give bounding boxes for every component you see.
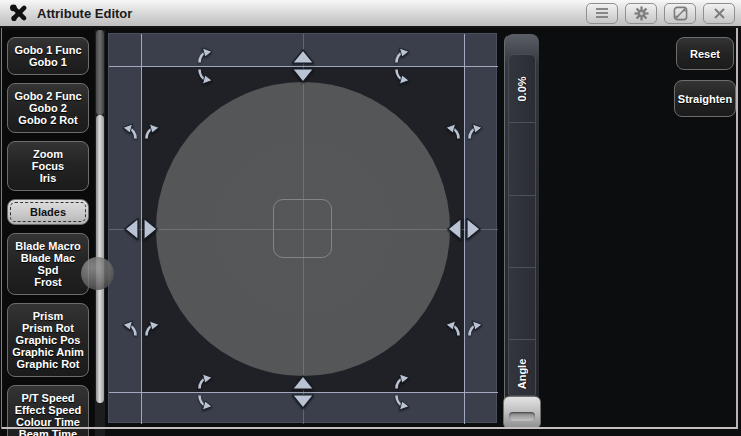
sidebar-item-gobo1[interactable]: Gobo 1 Func Gobo 1 <box>7 37 89 75</box>
arrow-down-icon <box>292 68 314 83</box>
reset-button[interactable]: Reset <box>676 37 734 70</box>
rotate-arrow-icon <box>122 320 139 337</box>
arrow-left-icon <box>124 218 139 240</box>
close-icon <box>713 7 726 20</box>
blade-right-rotate-handle-top[interactable] <box>444 122 484 140</box>
rotate-arrow-icon <box>393 373 410 390</box>
sidebar-item-zoom-focus-iris[interactable]: Zoom Focus Iris <box>7 141 89 191</box>
wheel-thumb-grip <box>509 412 535 421</box>
blade-top-rotate-handle-right[interactable] <box>392 46 410 86</box>
rotate-arrow-icon <box>196 373 213 390</box>
titlebar[interactable]: Attribute Editor <box>0 0 741 28</box>
rotate-arrow-icon <box>393 394 410 411</box>
arrow-down-icon <box>292 394 314 409</box>
sidebar-item-gobo2[interactable]: Gobo 2 Func Gobo 2 Gobo 2 Rot <box>7 83 89 133</box>
sidebar-item-blade-macro[interactable]: Blade Macro Blade Mac Spd Frost <box>7 233 89 295</box>
wheel-segment-line <box>509 195 535 196</box>
wheel-segment-line <box>509 267 535 268</box>
arrow-up-icon <box>292 49 314 64</box>
blade-bottom-move-handle[interactable] <box>291 375 315 409</box>
rotate-arrow-icon <box>143 320 160 337</box>
blade-right-rotate-handle-bottom[interactable] <box>444 319 484 337</box>
blade-left-rotate-handle-top[interactable] <box>121 122 161 140</box>
rotate-arrow-icon <box>393 68 410 85</box>
wheel-label: Angle <box>516 359 528 390</box>
wheel-thumb[interactable] <box>503 396 541 429</box>
menu-button[interactable] <box>586 3 618 24</box>
arrow-up-icon <box>292 375 314 390</box>
straighten-button[interactable]: Straighten <box>674 80 736 117</box>
blade-bottom-rotate-handle-right[interactable] <box>392 372 410 412</box>
rotate-arrow-icon <box>196 394 213 411</box>
scrollbar-track-top[interactable] <box>96 30 104 115</box>
attribute-group-sidebar: Gobo 1 Func Gobo 1 Gobo 2 Func Gobo 2 Go… <box>2 30 94 436</box>
rotate-arrow-icon <box>445 320 462 337</box>
blade-left-rotate-handle-bottom[interactable] <box>121 319 161 337</box>
arrow-right-icon <box>466 218 481 240</box>
rotate-arrow-icon <box>466 123 483 140</box>
attribute-editor-window: Attribute Editor <box>0 0 741 436</box>
close-button[interactable] <box>703 3 735 24</box>
rotate-arrow-icon <box>466 320 483 337</box>
resize-button[interactable] <box>664 3 696 24</box>
rotate-arrow-icon <box>122 123 139 140</box>
rotate-arrow-icon <box>393 47 410 64</box>
wheel-value: 0.0% <box>516 76 528 101</box>
sidebar-scrollbar[interactable] <box>95 30 105 436</box>
rotate-arrow-icon <box>143 123 160 140</box>
blade-bottom-rotate-handle-left[interactable] <box>195 372 213 412</box>
wheel-value-container: 0.0% <box>505 54 539 124</box>
rotate-arrow-icon <box>445 123 462 140</box>
blade-top-move-handle[interactable] <box>291 49 315 83</box>
arrow-left-icon <box>447 218 462 240</box>
arrow-right-icon <box>143 218 158 240</box>
window-edge-bottom[interactable] <box>2 427 737 429</box>
crossed-tools-icon <box>8 2 30 24</box>
resize-icon <box>673 6 688 21</box>
sidebar-item-prism-graphic[interactable]: Prism Prism Rot Graphic Pos Graphic Anim… <box>7 303 89 377</box>
blade-canvas[interactable] <box>108 33 497 423</box>
blade-right-move-handle[interactable] <box>447 217 481 241</box>
center-target-square <box>273 199 332 258</box>
settings-button[interactable] <box>625 3 657 24</box>
blade-left-move-handle[interactable] <box>124 217 158 241</box>
window-edge-right[interactable] <box>736 28 738 429</box>
angle-wheel[interactable]: 0.0% Angle <box>504 33 540 430</box>
menu-icon <box>595 7 609 19</box>
rotate-arrow-icon <box>196 47 213 64</box>
rotate-arrow-icon <box>196 68 213 85</box>
window-edge-left <box>1 28 2 429</box>
window-title: Attribute Editor <box>37 6 132 21</box>
blade-top-rotate-handle-left[interactable] <box>195 46 213 86</box>
gear-icon <box>634 6 649 21</box>
sidebar-item-blades[interactable]: Blades <box>7 199 89 225</box>
splitter-grab-knob[interactable] <box>81 257 114 290</box>
titlebar-buttons <box>586 3 735 24</box>
